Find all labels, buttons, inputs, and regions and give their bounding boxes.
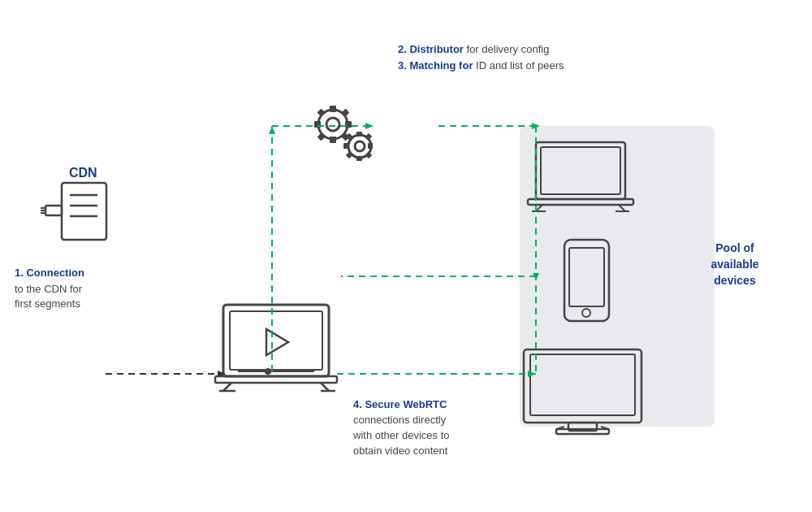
pool-label-text: Pool of <box>715 241 754 254</box>
label1-line1: to the CDN for <box>15 283 83 295</box>
svg-rect-29 <box>230 311 322 370</box>
svg-rect-12 <box>314 121 321 128</box>
svg-marker-64 <box>532 123 540 129</box>
svg-rect-24 <box>346 133 352 140</box>
pool-tv-icon <box>524 349 641 434</box>
pool-label-available: available <box>710 258 758 271</box>
svg-rect-20 <box>356 132 362 137</box>
svg-rect-51 <box>556 429 609 434</box>
svg-rect-38 <box>536 142 625 199</box>
svg-rect-28 <box>223 305 329 376</box>
label4-line3: obtain video content <box>353 445 448 457</box>
svg-rect-21 <box>356 156 362 161</box>
label3: 3. Matching for ID and list of peers <box>398 59 564 72</box>
svg-rect-25 <box>365 133 372 140</box>
svg-rect-10 <box>330 106 336 112</box>
svg-rect-17 <box>342 133 350 141</box>
svg-point-8 <box>318 110 348 139</box>
svg-rect-16 <box>317 133 326 141</box>
svg-rect-15 <box>342 109 350 117</box>
svg-rect-11 <box>330 137 336 143</box>
pool-phone-icon <box>564 240 609 321</box>
player-laptop-icon <box>215 305 337 391</box>
pool-laptop-icon <box>528 142 633 211</box>
svg-rect-13 <box>345 121 352 128</box>
svg-point-47 <box>582 309 590 317</box>
svg-marker-62 <box>269 126 275 134</box>
svg-line-35 <box>321 383 329 391</box>
svg-line-42 <box>619 205 625 211</box>
svg-rect-23 <box>368 143 373 149</box>
svg-rect-14 <box>317 109 326 117</box>
svg-marker-63 <box>365 123 374 129</box>
label4-line2: with other devices to <box>352 429 450 441</box>
pool-label-devices: devices <box>714 274 756 287</box>
svg-point-19 <box>355 141 365 151</box>
svg-rect-33 <box>215 376 337 383</box>
svg-rect-40 <box>528 199 633 205</box>
svg-rect-22 <box>343 143 348 149</box>
svg-point-18 <box>348 135 371 158</box>
svg-rect-26 <box>346 152 352 158</box>
cdn-label: CDN <box>69 166 97 180</box>
label1-bold: 1. Connection <box>15 267 84 279</box>
label2: 2. Distributor for delivery config <box>398 43 549 55</box>
label1-line2: first segments <box>15 297 80 310</box>
label4-line1: connections directly <box>353 414 447 426</box>
svg-point-9 <box>326 118 339 131</box>
diagram-container: CDN <box>0 0 812 512</box>
svg-line-53 <box>601 427 609 429</box>
svg-rect-27 <box>365 152 372 158</box>
svg-rect-50 <box>568 423 597 431</box>
svg-rect-46 <box>569 248 604 306</box>
svg-marker-66 <box>528 371 536 377</box>
svg-rect-4 <box>45 206 62 215</box>
svg-marker-61 <box>218 371 226 377</box>
svg-rect-45 <box>564 240 609 321</box>
svg-rect-0 <box>62 183 106 240</box>
svg-rect-49 <box>530 354 635 415</box>
svg-line-52 <box>556 427 564 429</box>
svg-line-34 <box>223 383 231 391</box>
pool-background <box>520 126 715 427</box>
label4-bold: 4. Secure WebRTC <box>353 398 447 410</box>
cdn-icon <box>41 183 106 240</box>
svg-marker-65 <box>533 273 539 280</box>
svg-rect-48 <box>524 349 641 423</box>
svg-marker-30 <box>266 329 288 355</box>
svg-line-41 <box>536 205 542 211</box>
gears-icon <box>314 106 373 161</box>
svg-point-32 <box>265 368 271 375</box>
svg-rect-39 <box>541 147 620 194</box>
